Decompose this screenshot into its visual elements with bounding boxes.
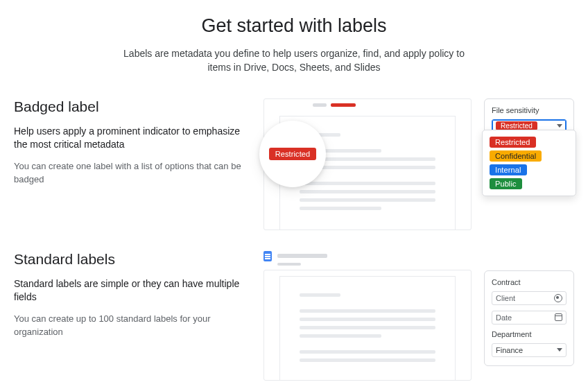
restricted-badge: Restricted xyxy=(269,148,317,160)
badged-illustration: Restricted xyxy=(263,98,472,230)
option-internal[interactable]: Internal xyxy=(490,164,527,175)
badge-bubble: Restricted xyxy=(259,121,326,187)
standard-illustration xyxy=(263,251,472,381)
department-value: Finance xyxy=(496,346,523,354)
date-field[interactable]: Date xyxy=(492,311,567,325)
department-title: Department xyxy=(492,330,567,338)
chevron-down-icon xyxy=(557,348,562,352)
calendar-icon xyxy=(555,313,562,321)
department-select[interactable]: Finance xyxy=(492,343,567,357)
chevron-down-icon xyxy=(557,124,562,128)
option-confidential[interactable]: Confidential xyxy=(490,150,542,162)
docs-icon xyxy=(263,251,272,261)
standard-heading: Standard labels xyxy=(14,251,247,268)
option-public[interactable]: Public xyxy=(490,178,522,189)
badged-heading: Badged label xyxy=(14,98,247,115)
badged-section: Badged label Help users apply a prominen… xyxy=(14,98,574,230)
standard-subheading: Standard labels are simple or they can h… xyxy=(14,277,247,304)
person-icon xyxy=(554,294,562,302)
standard-labels-panel: Contract Client Date Department Finance xyxy=(484,270,574,366)
badged-subheading: Help users apply a prominent indicator t… xyxy=(14,125,247,152)
file-sensitivity-dropdown: Restricted Confidential Internal Public xyxy=(482,130,576,196)
date-field-label: Date xyxy=(496,313,512,322)
client-field[interactable]: Client xyxy=(492,291,567,305)
option-restricted[interactable]: Restricted xyxy=(490,137,536,148)
file-sensitivity-title: File sensitivity xyxy=(492,106,567,114)
client-field-label: Client xyxy=(496,294,515,302)
file-sensitivity-panel: File sensitivity Restricted Restricted C… xyxy=(484,98,574,148)
standard-section: Standard labels Standard labels are simp… xyxy=(14,251,574,381)
contract-title: Contract xyxy=(492,278,567,286)
badged-body: You can create one label with a list of … xyxy=(14,160,247,187)
page-subtitle: Labels are metadata you define to help u… xyxy=(114,46,474,75)
page-title: Get started with labels xyxy=(14,15,574,37)
standard-body: You can create up to 100 standard labels… xyxy=(14,313,247,339)
